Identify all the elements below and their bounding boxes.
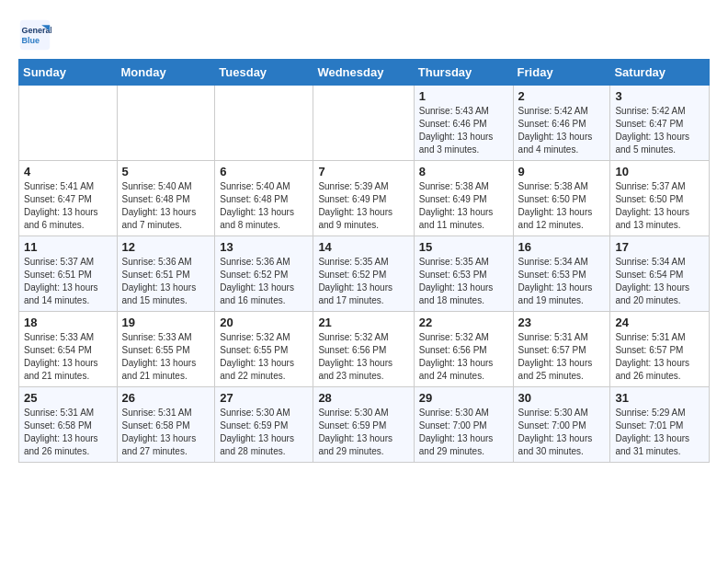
calendar-cell: 13Sunrise: 5:36 AM Sunset: 6:52 PM Dayli… <box>215 236 313 312</box>
day-number: 20 <box>220 316 308 329</box>
calendar-cell: 26Sunrise: 5:31 AM Sunset: 6:58 PM Dayli… <box>117 387 215 463</box>
calendar-cell: 25Sunrise: 5:31 AM Sunset: 6:58 PM Dayli… <box>19 387 118 463</box>
weekday-header-row: SundayMondayTuesdayWednesdayThursdayFrid… <box>19 60 710 86</box>
calendar-cell: 24Sunrise: 5:31 AM Sunset: 6:57 PM Dayli… <box>610 312 710 387</box>
day-content: Sunrise: 5:31 AM Sunset: 6:57 PM Dayligh… <box>518 331 606 383</box>
weekday-header-friday: Friday <box>513 60 610 86</box>
day-number: 9 <box>518 165 606 178</box>
day-content: Sunrise: 5:33 AM Sunset: 6:55 PM Dayligh… <box>122 331 210 383</box>
calendar-cell: 11Sunrise: 5:37 AM Sunset: 6:51 PM Dayli… <box>19 236 118 312</box>
calendar-cell <box>19 86 118 161</box>
day-content: Sunrise: 5:35 AM Sunset: 6:53 PM Dayligh… <box>419 256 508 307</box>
day-number: 4 <box>24 165 112 178</box>
day-content: Sunrise: 5:40 AM Sunset: 6:48 PM Dayligh… <box>220 180 308 232</box>
day-number: 8 <box>419 165 508 178</box>
day-content: Sunrise: 5:40 AM Sunset: 6:48 PM Dayligh… <box>122 180 210 232</box>
day-number: 30 <box>518 391 606 405</box>
day-content: Sunrise: 5:31 AM Sunset: 6:57 PM Dayligh… <box>615 331 704 383</box>
calendar-cell: 17Sunrise: 5:34 AM Sunset: 6:54 PM Dayli… <box>610 236 710 312</box>
calendar-cell: 29Sunrise: 5:30 AM Sunset: 7:00 PM Dayli… <box>414 387 513 463</box>
day-number: 24 <box>615 316 704 329</box>
calendar-cell: 28Sunrise: 5:30 AM Sunset: 6:59 PM Dayli… <box>313 387 414 463</box>
calendar-cell: 6Sunrise: 5:40 AM Sunset: 6:48 PM Daylig… <box>215 161 313 236</box>
day-content: Sunrise: 5:32 AM Sunset: 6:56 PM Dayligh… <box>419 331 508 383</box>
calendar-cell: 5Sunrise: 5:40 AM Sunset: 6:48 PM Daylig… <box>117 161 215 236</box>
calendar-cell <box>215 86 313 161</box>
weekday-header-monday: Monday <box>117 60 215 86</box>
calendar-cell: 1Sunrise: 5:43 AM Sunset: 6:46 PM Daylig… <box>414 86 513 161</box>
day-number: 3 <box>615 89 704 103</box>
calendar-cell: 30Sunrise: 5:30 AM Sunset: 7:00 PM Dayli… <box>513 387 610 463</box>
day-number: 7 <box>318 165 408 178</box>
calendar-cell: 2Sunrise: 5:42 AM Sunset: 6:46 PM Daylig… <box>513 86 610 161</box>
day-number: 16 <box>518 240 606 254</box>
week-row-3: 11Sunrise: 5:37 AM Sunset: 6:51 PM Dayli… <box>19 236 710 312</box>
day-content: Sunrise: 5:31 AM Sunset: 6:58 PM Dayligh… <box>122 407 210 458</box>
calendar-cell: 12Sunrise: 5:36 AM Sunset: 6:51 PM Dayli… <box>117 236 215 312</box>
page-header: General Blue <box>18 18 710 52</box>
day-number: 12 <box>122 240 210 254</box>
day-content: Sunrise: 5:43 AM Sunset: 6:46 PM Dayligh… <box>419 105 508 156</box>
day-content: Sunrise: 5:36 AM Sunset: 6:52 PM Dayligh… <box>220 256 308 307</box>
calendar-cell: 19Sunrise: 5:33 AM Sunset: 6:55 PM Dayli… <box>117 312 215 387</box>
day-number: 17 <box>615 240 704 254</box>
logo: General Blue <box>18 18 57 52</box>
day-number: 27 <box>220 391 308 405</box>
calendar-cell: 4Sunrise: 5:41 AM Sunset: 6:47 PM Daylig… <box>19 161 118 236</box>
day-number: 19 <box>122 316 210 329</box>
day-number: 29 <box>419 391 508 405</box>
logo-icon: General Blue <box>18 18 51 52</box>
day-content: Sunrise: 5:37 AM Sunset: 6:50 PM Dayligh… <box>615 180 704 232</box>
weekday-header-wednesday: Wednesday <box>313 60 414 86</box>
day-number: 1 <box>419 89 508 103</box>
weekday-header-sunday: Sunday <box>19 60 118 86</box>
day-content: Sunrise: 5:31 AM Sunset: 6:58 PM Dayligh… <box>24 407 112 458</box>
day-content: Sunrise: 5:37 AM Sunset: 6:51 PM Dayligh… <box>24 256 112 307</box>
calendar-cell <box>313 86 414 161</box>
day-content: Sunrise: 5:39 AM Sunset: 6:49 PM Dayligh… <box>318 180 408 232</box>
day-number: 28 <box>318 391 408 405</box>
day-content: Sunrise: 5:34 AM Sunset: 6:53 PM Dayligh… <box>518 256 606 307</box>
day-number: 14 <box>318 240 408 254</box>
calendar-cell: 21Sunrise: 5:32 AM Sunset: 6:56 PM Dayli… <box>313 312 414 387</box>
calendar-cell: 10Sunrise: 5:37 AM Sunset: 6:50 PM Dayli… <box>610 161 710 236</box>
calendar-cell: 16Sunrise: 5:34 AM Sunset: 6:53 PM Dayli… <box>513 236 610 312</box>
day-number: 25 <box>24 391 112 405</box>
day-number: 10 <box>615 165 704 178</box>
day-number: 15 <box>419 240 508 254</box>
day-content: Sunrise: 5:34 AM Sunset: 6:54 PM Dayligh… <box>615 256 704 307</box>
day-content: Sunrise: 5:30 AM Sunset: 6:59 PM Dayligh… <box>220 407 308 458</box>
day-content: Sunrise: 5:32 AM Sunset: 6:55 PM Dayligh… <box>220 331 308 383</box>
week-row-5: 25Sunrise: 5:31 AM Sunset: 6:58 PM Dayli… <box>19 387 710 463</box>
calendar-cell <box>117 86 215 161</box>
calendar-cell: 14Sunrise: 5:35 AM Sunset: 6:52 PM Dayli… <box>313 236 414 312</box>
day-content: Sunrise: 5:30 AM Sunset: 7:00 PM Dayligh… <box>419 407 508 458</box>
day-number: 21 <box>318 316 408 329</box>
weekday-header-tuesday: Tuesday <box>215 60 313 86</box>
day-number: 6 <box>220 165 308 178</box>
day-content: Sunrise: 5:42 AM Sunset: 6:46 PM Dayligh… <box>518 105 606 156</box>
weekday-header-thursday: Thursday <box>414 60 513 86</box>
day-content: Sunrise: 5:38 AM Sunset: 6:49 PM Dayligh… <box>419 180 508 232</box>
day-content: Sunrise: 5:30 AM Sunset: 7:00 PM Dayligh… <box>518 407 606 458</box>
day-content: Sunrise: 5:41 AM Sunset: 6:47 PM Dayligh… <box>24 180 112 232</box>
day-content: Sunrise: 5:32 AM Sunset: 6:56 PM Dayligh… <box>318 331 408 383</box>
day-content: Sunrise: 5:38 AM Sunset: 6:50 PM Dayligh… <box>518 180 606 232</box>
calendar-cell: 23Sunrise: 5:31 AM Sunset: 6:57 PM Dayli… <box>513 312 610 387</box>
week-row-4: 18Sunrise: 5:33 AM Sunset: 6:54 PM Dayli… <box>19 312 710 387</box>
day-content: Sunrise: 5:33 AM Sunset: 6:54 PM Dayligh… <box>24 331 112 383</box>
day-content: Sunrise: 5:29 AM Sunset: 7:01 PM Dayligh… <box>615 407 704 458</box>
day-number: 31 <box>615 391 704 405</box>
weekday-header-saturday: Saturday <box>610 60 710 86</box>
calendar-table: SundayMondayTuesdayWednesdayThursdayFrid… <box>18 59 710 463</box>
day-number: 26 <box>122 391 210 405</box>
calendar-cell: 15Sunrise: 5:35 AM Sunset: 6:53 PM Dayli… <box>414 236 513 312</box>
day-number: 22 <box>419 316 508 329</box>
day-content: Sunrise: 5:35 AM Sunset: 6:52 PM Dayligh… <box>318 256 408 307</box>
calendar-cell: 8Sunrise: 5:38 AM Sunset: 6:49 PM Daylig… <box>414 161 513 236</box>
calendar-cell: 31Sunrise: 5:29 AM Sunset: 7:01 PM Dayli… <box>610 387 710 463</box>
week-row-1: 1Sunrise: 5:43 AM Sunset: 6:46 PM Daylig… <box>19 86 710 161</box>
day-content: Sunrise: 5:36 AM Sunset: 6:51 PM Dayligh… <box>122 256 210 307</box>
day-number: 23 <box>518 316 606 329</box>
day-number: 5 <box>122 165 210 178</box>
